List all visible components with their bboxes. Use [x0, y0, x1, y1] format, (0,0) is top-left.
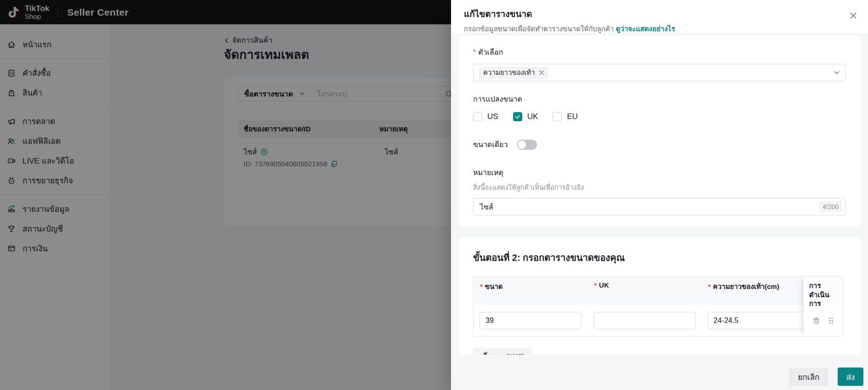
seller-center-app: TikTok Shop Seller Center หน้าแรก คำสั่ง…	[0, 0, 868, 390]
conversion-label: การแปลงขนาด	[473, 93, 846, 105]
step2-heading: ขั้นตอนที่ 2: กรอกตารางขนาดของคุณ	[473, 250, 846, 265]
delete-row-button[interactable]	[812, 317, 820, 325]
note-label: หมายเหตุ	[473, 167, 846, 178]
step1-card: *ตัวเลือก ความยาวของเท้า การแปลงขนาด	[458, 35, 861, 226]
drawer-header: แก้ไขตารางขนาด กรอกข้อมูลขนาดเพื่อจัดทำต…	[451, 0, 868, 33]
remove-tag-icon[interactable]	[539, 70, 544, 75]
action-column: การดำเนินการ	[803, 277, 843, 336]
preview-link[interactable]: ดูว่าจะแสดงอย่างไร	[616, 25, 674, 33]
column-foot-length: *ความยาวของเท้า(cm)	[702, 277, 803, 305]
column-uk: *UK	[588, 277, 702, 305]
size-table-header: *ขนาด *UK *ความยาวของเท้า(cm)	[474, 277, 843, 305]
single-size-row: ขนาดเดียว	[473, 139, 846, 150]
edit-size-chart-drawer: แก้ไขตารางขนาด กรอกข้อมูลขนาดเพื่อจัดทำต…	[451, 0, 868, 390]
toggle-knob	[518, 141, 526, 149]
options-label: *ตัวเลือก	[473, 46, 846, 58]
drag-handle[interactable]	[828, 317, 834, 324]
note-input[interactable]: ไซส์ 4/200	[473, 198, 846, 215]
drag-dots-icon	[828, 317, 834, 324]
size-table-row	[474, 305, 843, 336]
checkbox-box	[473, 112, 482, 121]
cancel-button[interactable]: ยกเลิก	[789, 367, 828, 386]
note-helper: สิ่งนี้จะแสดงให้ลูกค้าเห็นเพื่อการอ้างอิ…	[473, 182, 846, 192]
submit-button[interactable]: ส่ง	[838, 367, 863, 386]
close-button[interactable]	[848, 10, 859, 23]
required-asterisk: *	[473, 48, 476, 56]
uk-input[interactable]	[594, 312, 696, 329]
single-size-label: ขนาดเดียว	[473, 139, 508, 150]
option-tag: ความยาวของเท้า	[479, 67, 548, 79]
trash-icon	[812, 317, 820, 325]
size-chart-table: *ขนาด *UK *ความยาวของเท้า(cm) การดำเนินก…	[473, 276, 843, 337]
checkbox-box	[513, 112, 522, 121]
column-size: *ขนาด	[474, 277, 588, 305]
checkbox-label: UK	[527, 112, 538, 121]
checkbox-uk[interactable]: UK	[513, 112, 538, 121]
checkbox-label: US	[487, 112, 498, 121]
note-value: ไซส์	[480, 201, 493, 213]
drawer-footer: ยกเลิก ส่ง	[451, 355, 868, 390]
check-icon	[515, 114, 520, 119]
conversion-options: US UK EU	[473, 112, 846, 121]
char-counter: 4/200	[819, 201, 842, 212]
option-tag-label: ความยาวของเท้า	[483, 67, 535, 78]
options-select[interactable]: ความยาวของเท้า	[473, 64, 846, 81]
size-input[interactable]	[480, 312, 582, 329]
step2-card: ขั้นตอนที่ 2: กรอกตารางขนาดของคุณ *ขนาด …	[458, 237, 861, 355]
chevron-down-icon	[834, 69, 840, 76]
close-icon	[850, 12, 857, 19]
checkbox-box	[553, 112, 562, 121]
drawer-body: *ตัวเลือก ความยาวของเท้า การแปลงขนาด	[451, 33, 868, 355]
drawer-subtitle: กรอกข้อมูลขนาดเพื่อจัดทำตารางขนาดให้กับล…	[464, 23, 855, 34]
checkbox-us[interactable]: US	[473, 112, 498, 121]
foot-length-input[interactable]	[708, 312, 810, 329]
single-size-toggle[interactable]	[517, 140, 537, 150]
drawer-title: แก้ไขตารางขนาด	[464, 7, 855, 21]
drawer-subtitle-text: กรอกข้อมูลขนาดเพื่อจัดทำตารางขนาดให้กับล…	[464, 25, 614, 33]
checkbox-label: EU	[567, 112, 578, 121]
add-row-button[interactable]: เพิ่มแถว (1/45)	[473, 348, 531, 355]
checkbox-eu[interactable]: EU	[553, 112, 578, 121]
column-action: การดำเนินการ	[804, 277, 843, 305]
